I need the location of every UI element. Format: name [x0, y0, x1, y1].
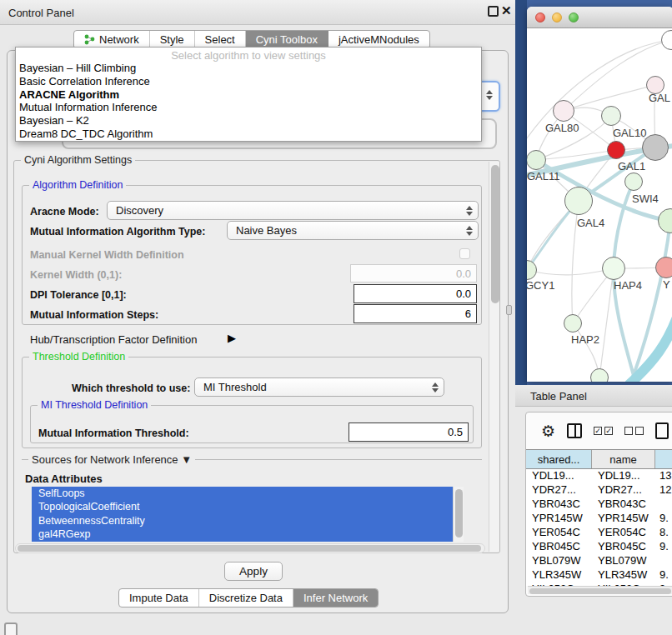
- aracne-mode-combo[interactable]: Discovery: [107, 201, 479, 220]
- settings-vertical-scrollbar[interactable]: [489, 162, 499, 552]
- attributes-vertical-scrollbar[interactable]: [453, 487, 464, 542]
- network-view-window[interactable]: GALGAL80GAL10GAL1GAL11SWI4GAL4GCY1HAP4YH…: [527, 7, 672, 382]
- tab-jactivemnodules[interactable]: jActiveMNodules: [328, 31, 429, 48]
- table-row[interactable]: YBR043CYBR043C: [526, 498, 672, 512]
- sources-group-title[interactable]: Sources for Network Inference ▼: [28, 453, 195, 466]
- attribute-list-item[interactable]: BetweennessCentrality: [32, 514, 464, 528]
- splitter-grip[interactable]: [506, 305, 512, 315]
- table-hscroll-thumb[interactable]: [529, 588, 671, 594]
- table-cell: YPR145W: [592, 512, 655, 526]
- network-node-gal1[interactable]: [607, 141, 625, 159]
- tab-impute-data[interactable]: Impute Data: [119, 589, 199, 607]
- zoom-traffic-light-icon[interactable]: [569, 12, 579, 22]
- algorithm-list-item[interactable]: ARACNE Algorithm: [16, 88, 481, 102]
- close-traffic-light-icon[interactable]: [535, 12, 545, 22]
- table-cell: YDR27...: [526, 483, 592, 498]
- table-row[interactable]: YPR145WYPR145W9.: [526, 512, 672, 526]
- network-window-titlebar[interactable]: [527, 7, 672, 28]
- network-node-swi4[interactable]: [624, 172, 643, 191]
- node-label: GAL: [649, 92, 670, 104]
- algorithm-list-item[interactable]: Dream8 DC_TDC Algorithm: [16, 128, 481, 141]
- mi-steps-field[interactable]: 6: [354, 304, 477, 323]
- attributes-vscroll-thumb[interactable]: [455, 489, 463, 538]
- table-cell: 9.: [655, 512, 672, 526]
- table-row[interactable]: YBR045CYBR045C9.: [526, 540, 672, 554]
- network-node-gal10[interactable]: [601, 106, 621, 126]
- attribute-list-item[interactable]: TopologicalCoefficient: [32, 500, 464, 513]
- manual-kernel-label: Manual Kernel Width Definition: [30, 249, 184, 261]
- apply-button[interactable]: Apply: [224, 562, 283, 581]
- network-node[interactable]: [642, 134, 669, 161]
- settings-vscroll-thumb[interactable]: [491, 165, 499, 303]
- table-cell: YBR043C: [592, 498, 655, 512]
- algorithm-list-item[interactable]: Bayesian – K2: [16, 114, 481, 128]
- algorithm-list-item[interactable]: Basic Correlation Inference: [16, 75, 481, 88]
- collapsed-panel-icon[interactable]: [4, 622, 18, 635]
- settings-horizontal-scrollbar[interactable]: [15, 543, 485, 553]
- tab-infer-network[interactable]: Infer Network: [293, 589, 378, 607]
- threshold-definition-title: Threshold Definition: [29, 351, 128, 362]
- network-node[interactable]: [661, 30, 672, 50]
- table-cell: YLR345W: [526, 568, 592, 582]
- minimize-traffic-light-icon[interactable]: [552, 12, 562, 22]
- table-row[interactable]: YDL19...YDL19...13: [526, 469, 672, 483]
- column-header-name[interactable]: name: [592, 450, 655, 468]
- collapse-right-icon[interactable]: ▶: [228, 332, 236, 344]
- mi-threshold-field[interactable]: 0.5: [349, 422, 469, 442]
- table-cell: [655, 498, 672, 512]
- network-node-gal4[interactable]: [564, 187, 593, 215]
- network-node[interactable]: [658, 208, 672, 233]
- collapse-down-icon[interactable]: ▼: [181, 453, 192, 466]
- float-window-icon[interactable]: [488, 6, 499, 17]
- network-node-gcy1[interactable]: [527, 260, 537, 280]
- stepper-down-icon: [486, 96, 493, 100]
- network-node-hap4[interactable]: [602, 257, 625, 280]
- table-row[interactable]: YBL079WYBL079W: [526, 554, 672, 568]
- data-attributes-list[interactable]: SelfLoopsTopologicalCoefficientBetweenne…: [32, 487, 464, 542]
- close-icon[interactable]: ✕: [501, 3, 512, 18]
- table-panel-titlebar: Table Panel: [515, 385, 672, 407]
- algorithm-list-item[interactable]: Bayesian – Hill Climbing: [16, 62, 481, 75]
- select-all-icon[interactable]: ✓ ✓: [594, 427, 613, 435]
- column-header-shared-name[interactable]: shared...: [526, 450, 592, 468]
- kernel-width-label: Kernel Width (0,1):: [30, 269, 122, 281]
- hub-section-label[interactable]: Hub/Transcription Factor Definition: [30, 333, 197, 346]
- algorithm-list-item[interactable]: Mutual Information Inference: [16, 101, 481, 114]
- column-header-clipped[interactable]: [655, 450, 672, 468]
- deselect-all-icon[interactable]: [624, 427, 644, 435]
- table-row[interactable]: YLR345WYLR345W9.: [526, 568, 672, 582]
- gear-icon[interactable]: ⚙: [541, 423, 555, 439]
- table-row[interactable]: YER054CYER054C8.: [526, 526, 672, 540]
- network-canvas[interactable]: GALGAL80GAL10GAL1GAL11SWI4GAL4GCY1HAP4YH…: [527, 28, 672, 382]
- columns-icon[interactable]: [567, 423, 582, 438]
- attribute-list-item[interactable]: SelfLoops: [32, 487, 464, 500]
- manual-kernel-checkbox[interactable]: [459, 248, 470, 259]
- tab-style[interactable]: Style: [150, 31, 195, 48]
- tab-select[interactable]: Select: [195, 31, 246, 48]
- attribute-list-item[interactable]: gal4RGexp: [32, 528, 464, 541]
- network-node-y[interactable]: [655, 257, 672, 278]
- table-cell: 8.: [655, 526, 672, 540]
- tab-network[interactable]: Network: [74, 31, 150, 48]
- tab-cyni-toolbox[interactable]: Cyni Toolbox: [246, 31, 328, 48]
- table-cell: YBR043C: [526, 498, 592, 512]
- dpi-tolerance-field[interactable]: 0.0: [354, 284, 477, 303]
- network-node-gal11[interactable]: [527, 150, 546, 170]
- table-horizontal-scrollbar[interactable]: [528, 586, 672, 594]
- which-threshold-combo[interactable]: MI Threshold: [194, 378, 444, 397]
- table-cell: YBL079W: [526, 554, 592, 568]
- network-node-gal80[interactable]: [553, 100, 574, 122]
- table-cell: [655, 554, 672, 568]
- mi-type-combo[interactable]: Naive Bayes: [227, 221, 479, 240]
- table-row[interactable]: YDR27...YDR27...12: [526, 483, 672, 498]
- network-node-hap2[interactable]: [564, 314, 582, 332]
- tab-discretize-data[interactable]: Discretize Data: [199, 589, 293, 607]
- mi-type-label: Mutual Information Algorithm Type:: [30, 226, 205, 238]
- network-node[interactable]: [590, 368, 609, 382]
- node-label: GAL10: [613, 127, 646, 139]
- table-body[interactable]: YDL19...YDL19...13YDR27...YDR27...12YBR0…: [526, 469, 672, 586]
- node-label: GAL80: [545, 122, 579, 134]
- stepper-down-icon: [466, 232, 473, 236]
- settings-hscroll-thumb[interactable]: [18, 545, 481, 552]
- export-table-icon[interactable]: [655, 422, 669, 439]
